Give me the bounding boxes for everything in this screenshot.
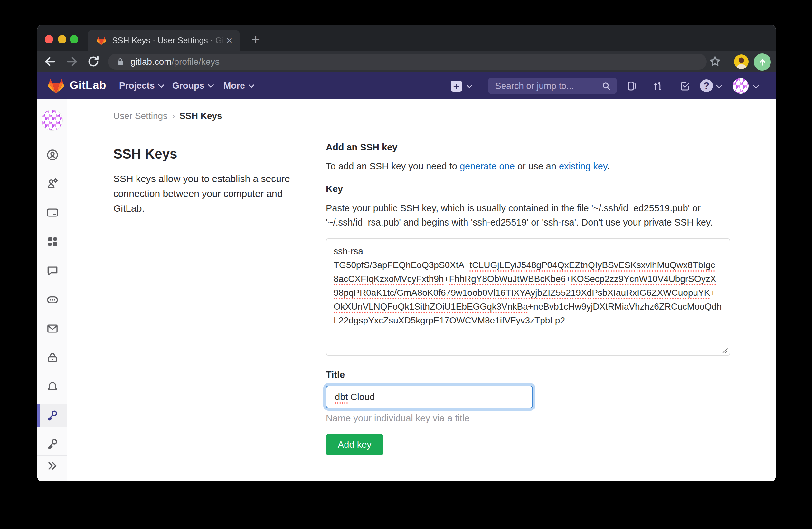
sidebar-item-emails[interactable] (37, 322, 67, 335)
ssh-key-textarea[interactable]: ssh-rsaTG50pfS/3apFEQhEoQ3pS0XtA+tCLUGjL… (326, 239, 730, 356)
form-section-title: Add an SSH key (326, 142, 397, 153)
gitlab-top-navbar: GitLab Projects Groups More + Search or … (37, 72, 775, 99)
sidebar-item-chat[interactable] (37, 264, 67, 277)
url-host: gitlab.com (130, 57, 172, 67)
main-content: User Settings › SSH Keys SSH Keys SSH ke… (67, 99, 775, 481)
person-portrait-icon (734, 55, 749, 69)
close-window-button[interactable] (45, 35, 53, 43)
profile-avatar[interactable] (42, 110, 63, 131)
lock-icon (116, 57, 125, 67)
nav-menu-projects[interactable]: Projects (119, 81, 163, 91)
browser-window: SSH Keys · User Settings · GitL ✕ + gitl… (37, 25, 775, 481)
form-divider (326, 472, 730, 472)
breadcrumb-current: SSH Keys (179, 111, 222, 121)
chevron-down-icon (207, 82, 214, 88)
form-intro-text: To add an SSH key you need to generate o… (326, 159, 609, 173)
new-tab-button[interactable]: + (247, 32, 264, 49)
breadcrumb-user-settings[interactable]: User Settings (113, 111, 168, 121)
comment-dots-icon (46, 293, 59, 306)
comment-icon (46, 264, 59, 277)
sidebar-item-profile[interactable] (37, 148, 67, 161)
forward-icon[interactable] (65, 55, 79, 69)
issues-icon[interactable] (626, 80, 638, 92)
bookmark-star-icon[interactable] (708, 55, 722, 69)
page-title: SSH Keys (113, 146, 302, 162)
browser-update-button[interactable] (754, 54, 771, 71)
minimize-window-button[interactable] (58, 35, 66, 43)
bell-icon (46, 380, 59, 393)
credit-card-icon (46, 206, 59, 219)
existing-key-link[interactable]: existing key (559, 161, 607, 171)
tab-close-icon[interactable]: ✕ (224, 36, 234, 45)
new-item-button[interactable]: + (451, 81, 462, 92)
url-path: /profile/keys (172, 57, 220, 67)
key-icon (46, 409, 59, 422)
tab-title: SSH Keys · User Settings · GitL (112, 35, 224, 45)
chevron-down-icon[interactable] (466, 82, 473, 88)
resize-handle-icon[interactable] (720, 345, 728, 354)
fullscreen-window-button[interactable] (70, 35, 78, 43)
search-box[interactable]: Search or jump to... (488, 77, 617, 94)
sidebar-item-chat-names[interactable] (37, 293, 67, 306)
key-icon (46, 437, 59, 450)
key-field-label: Key (326, 184, 343, 194)
browser-tab[interactable]: SSH Keys · User Settings · GitL ✕ (88, 30, 240, 51)
gitlab-brand[interactable]: GitLab (70, 78, 106, 91)
nav-menu-more[interactable]: More (223, 81, 253, 91)
generate-one-link[interactable]: generate one (460, 161, 515, 171)
person-circle-icon (46, 148, 59, 161)
title-field-label: Title (326, 370, 345, 380)
search-placeholder: Search or jump to... (495, 81, 601, 91)
gitlab-favicon-icon (96, 35, 107, 46)
section-intro-column: SSH Keys SSH keys allow you to establish… (113, 146, 302, 216)
sidebar-item-applications[interactable] (37, 235, 67, 248)
search-icon (601, 81, 611, 91)
merge-request-icon[interactable] (652, 80, 664, 92)
chevron-down-icon (716, 82, 723, 89)
chevron-down-icon (753, 82, 759, 89)
grid-icon (46, 235, 59, 248)
sidebar-divider (37, 455, 67, 456)
breadcrumb-divider (113, 133, 730, 133)
lock-icon (46, 351, 59, 364)
reload-icon[interactable] (86, 55, 100, 69)
gitlab-logo-icon[interactable] (47, 76, 66, 95)
page-description: SSH keys allow you to establish a secure… (113, 171, 302, 216)
chevron-down-icon (248, 82, 255, 88)
user-avatar[interactable] (733, 78, 749, 94)
sidebar-item-gpg-keys[interactable] (37, 437, 67, 450)
page-body: User Settings › SSH Keys SSH Keys SSH ke… (37, 99, 775, 481)
title-value-rest: Cloud (348, 392, 375, 402)
title-value-misspelled: dbt (335, 392, 348, 402)
sidebar-item-notifications[interactable] (37, 380, 67, 393)
chevron-down-icon (158, 82, 164, 88)
sidebar-item-billing[interactable] (37, 206, 67, 219)
collapse-sidebar-button[interactable] (37, 459, 67, 472)
help-icon[interactable]: ? (700, 79, 713, 92)
title-field-help: Name your individual key via a title (326, 413, 469, 424)
tab-strip: SSH Keys · User Settings · GitL ✕ + (37, 25, 775, 51)
ssh-key-text: ssh-rsaTG50pfS/3apFEQhEoQ3pS0XtA+tCLUGjL… (334, 244, 723, 327)
browser-toolbar: gitlab.com/profile/keys (37, 51, 775, 72)
envelope-icon (46, 322, 59, 335)
add-key-button[interactable]: Add key (326, 434, 383, 455)
arrow-up-icon (758, 57, 767, 67)
person-gear-icon (46, 177, 59, 190)
settings-sidebar (37, 99, 67, 481)
nav-menu-groups[interactable]: Groups (172, 81, 212, 91)
sidebar-item-account[interactable] (37, 177, 67, 190)
key-field-help: Paste your public SSH key, which is usua… (326, 201, 730, 229)
address-bar[interactable]: gitlab.com/profile/keys (108, 54, 707, 70)
todo-check-icon[interactable] (679, 80, 691, 92)
sidebar-item-password[interactable] (37, 351, 67, 364)
breadcrumb: User Settings › SSH Keys (113, 111, 222, 121)
chevrons-right-icon (46, 459, 59, 472)
title-input[interactable]: dbt Cloud (326, 386, 533, 408)
browser-profile-avatar[interactable] (734, 55, 749, 69)
desktop-background: SSH Keys · User Settings · GitL ✕ + gitl… (0, 0, 812, 529)
back-icon[interactable] (43, 55, 57, 69)
breadcrumb-separator: › (172, 111, 175, 121)
sidebar-item-ssh-keys[interactable] (37, 404, 67, 427)
